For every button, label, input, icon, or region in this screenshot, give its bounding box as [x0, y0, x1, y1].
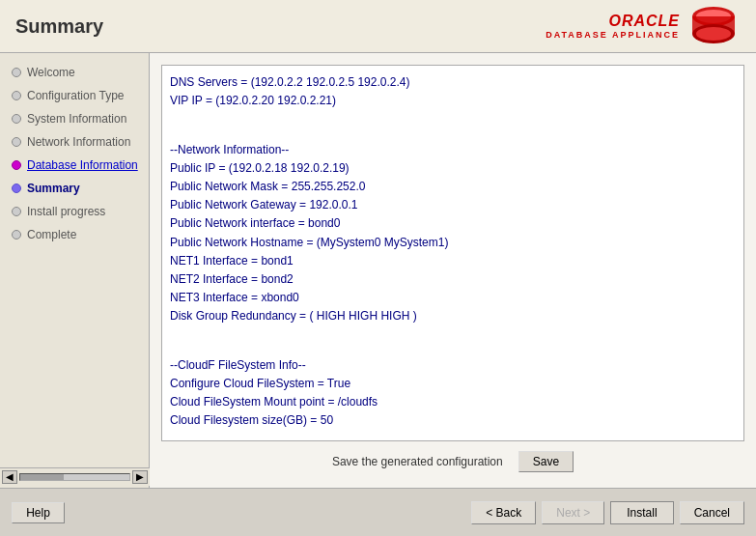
system-info-icon [10, 112, 23, 126]
sidebar-scroll-track [19, 473, 130, 481]
oracle-name: ORACLE [608, 13, 680, 30]
sidebar-item-network-information[interactable]: Network Information [0, 130, 149, 154]
save-label: Save the generated configuration [332, 455, 503, 468]
sidebar-label-install-progress: Install progress [27, 205, 105, 218]
welcome-icon [10, 66, 23, 79]
bottom-bar: Help < Back Next > Install Cancel [0, 488, 756, 536]
summary-text-box[interactable]: DNS Servers = (192.0.2.2 192.0.2.5 192.0… [161, 65, 744, 441]
install-button[interactable]: Install [610, 501, 673, 524]
complete-icon [10, 228, 23, 241]
page-title: Summary [15, 15, 103, 38]
sidebar-item-complete[interactable]: Complete [0, 223, 149, 246]
save-bar: Save the generated configuration Save [161, 441, 744, 476]
sidebar-item-configuration-type[interactable]: Configuration Type [0, 84, 149, 107]
sidebar-item-summary[interactable]: Summary [0, 177, 149, 200]
back-button[interactable]: < Back [471, 501, 536, 524]
sidebar-item-install-progress[interactable]: Install progress [0, 200, 149, 223]
save-button[interactable]: Save [518, 451, 574, 472]
oracle-logo-text-block: ORACLE DATABASE APPLIANCE [546, 13, 680, 40]
db-info-icon [10, 158, 23, 172]
sidebar-item-database-information[interactable]: Database Information [0, 154, 149, 177]
oracle-logo: ORACLE DATABASE APPLIANCE [546, 5, 741, 48]
svg-point-4 [696, 27, 731, 41]
sidebar-label-welcome: Welcome [27, 66, 75, 79]
install-progress-icon [10, 205, 23, 218]
sidebar-label-system-information: System Information [27, 112, 126, 126]
config-type-icon [10, 89, 23, 102]
main-container: Welcome Configuration Type System Inform… [0, 53, 756, 488]
cancel-button[interactable]: Cancel [680, 501, 744, 524]
sidebar: Welcome Configuration Type System Inform… [0, 53, 150, 488]
sidebar-label-network-information: Network Information [27, 135, 130, 149]
sidebar-scrollbar[interactable]: ◀ ▶ [0, 467, 150, 486]
oracle-subtitle: DATABASE APPLIANCE [546, 30, 680, 40]
network-info-icon [10, 135, 23, 149]
summary-icon [10, 182, 23, 195]
sidebar-label-summary: Summary [27, 182, 80, 195]
sidebar-scroll-left[interactable]: ◀ [2, 470, 17, 484]
next-button[interactable]: Next > [542, 501, 604, 524]
sidebar-label-database-information: Database Information [27, 158, 138, 172]
sidebar-item-system-information[interactable]: System Information [0, 107, 149, 130]
nav-buttons: < Back Next > Install Cancel [471, 501, 744, 524]
sidebar-label-configuration-type: Configuration Type [27, 89, 125, 102]
sidebar-item-welcome[interactable]: Welcome [0, 61, 149, 84]
oracle-appliance-icon [687, 5, 741, 48]
help-button[interactable]: Help [12, 502, 65, 523]
sidebar-label-complete: Complete [27, 228, 76, 241]
sidebar-scroll-right[interactable]: ▶ [132, 470, 148, 484]
content-area: DNS Servers = (192.0.2.2 192.0.2.5 192.0… [150, 53, 756, 488]
sidebar-scroll-thumb [20, 474, 64, 480]
header: Summary ORACLE DATABASE APPLIANCE [0, 0, 756, 53]
